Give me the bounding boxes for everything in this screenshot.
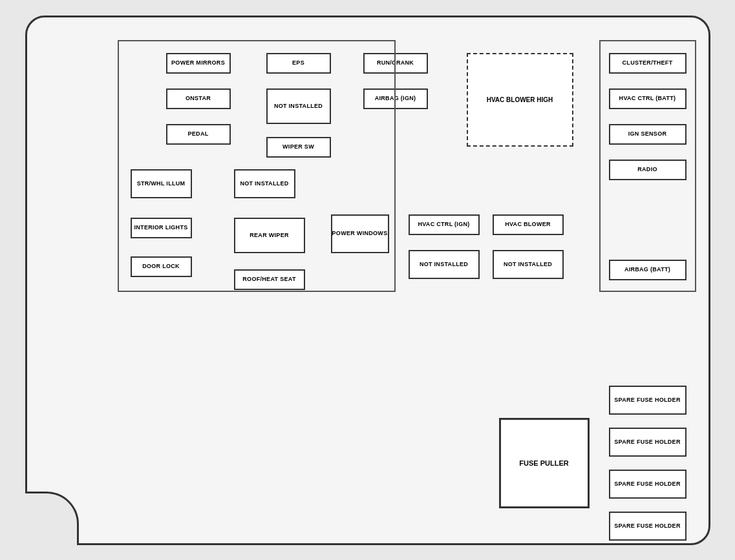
fuse-hvac-ctrl-ign: HVAC CTRL (IGN) <box>409 214 480 235</box>
right-group-border <box>599 40 696 292</box>
fuse-spare-fuse-2: SPARE FUSE HOLDER <box>609 428 687 457</box>
fuse-hvac-blower: HVAC BLOWER <box>493 214 564 235</box>
fuse-not-installed-4: NOT INSTALLED <box>493 250 564 279</box>
left-group-border <box>118 40 396 292</box>
fuse-spare-fuse-4: SPARE FUSE HOLDER <box>609 512 687 541</box>
fuse-spare-fuse-1: SPARE FUSE HOLDER <box>609 386 687 415</box>
fuse-puller-box: FUSE PULLER <box>499 418 590 508</box>
fuse-not-installed-3: NOT INSTALLED <box>409 250 480 279</box>
fuse-box-container: HVAC BLOWER HIGHFUSE PULLERPOWER MIRRORS… <box>25 16 710 545</box>
hvac-blower-high-box: HVAC BLOWER HIGH <box>467 53 573 147</box>
fuse-spare-fuse-3: SPARE FUSE HOLDER <box>609 470 687 499</box>
fuse-box-inner: HVAC BLOWER HIGHFUSE PULLERPOWER MIRRORS… <box>27 17 708 543</box>
